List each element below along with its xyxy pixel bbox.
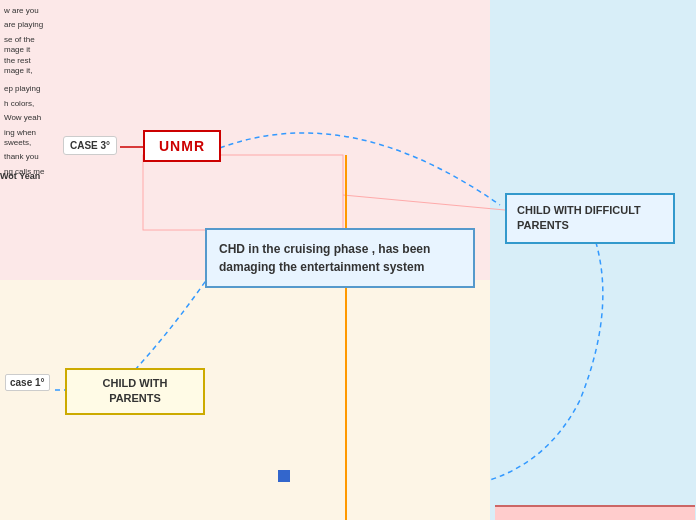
child-with-parents-box[interactable]: CHILD WITH PARENTS (65, 368, 205, 415)
sidebar-item-1: w are you (2, 5, 58, 17)
sidebar-text-list: w are you are playing se of themage itth… (0, 0, 60, 280)
top-right-background (490, 0, 696, 520)
sidebar-item-3: se of themage itthe restmage it, (2, 34, 58, 78)
sidebar-item-5: h colors, (2, 98, 58, 110)
sidebar-item-6: Wow yeah (2, 112, 58, 124)
case3-box[interactable]: CASE 3° (63, 136, 117, 155)
orange-vertical-line (345, 155, 347, 520)
sidebar-item-8: thank you (2, 151, 58, 163)
blue-indicator-square (278, 470, 290, 482)
sidebar-item-2: are playing (2, 19, 58, 31)
chd-description-box: CHD in the cruising phase , has been dam… (205, 228, 475, 288)
sidebar-item-4: ep playing (2, 83, 58, 95)
wot-yean-label: Wot Yean (0, 171, 40, 181)
sidebar-item-7: ing whensweets, (2, 127, 58, 150)
unmr-box[interactable]: UNMR (143, 130, 221, 162)
child-with-difficult-parents-box[interactable]: CHILD WITH DIFFICULT PARENTS (505, 193, 675, 244)
case1-label: case 1° (5, 374, 50, 391)
bottom-right-fragment (495, 505, 695, 520)
